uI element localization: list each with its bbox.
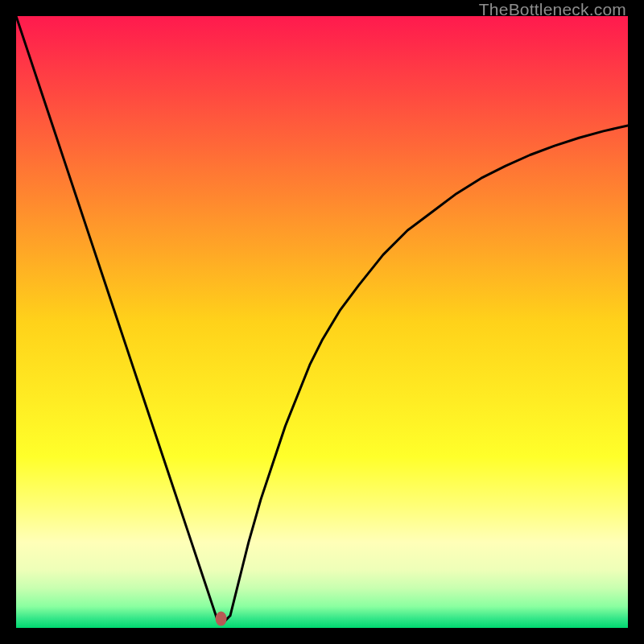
gradient-background xyxy=(16,16,628,628)
chart-frame xyxy=(16,16,628,628)
minimum-marker xyxy=(216,612,227,626)
bottleneck-chart xyxy=(16,16,628,628)
watermark-text: TheBottleneck.com xyxy=(479,0,626,19)
